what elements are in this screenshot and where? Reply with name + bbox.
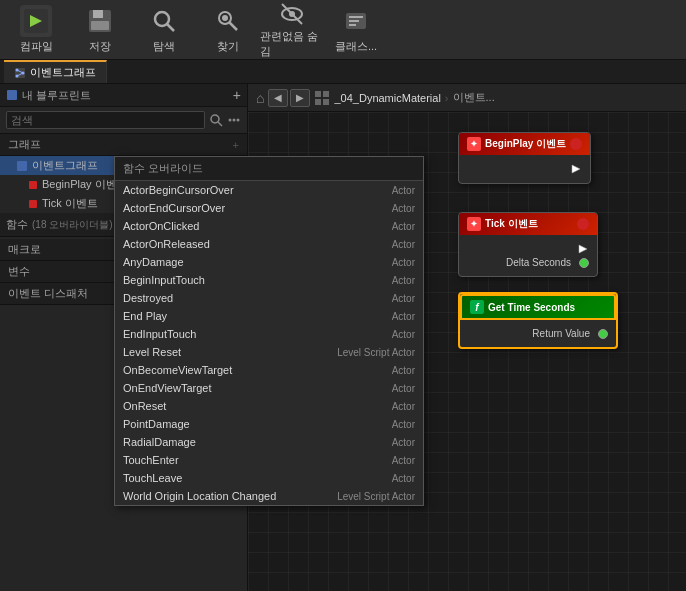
svg-point-27 <box>237 119 240 122</box>
dropdown-item-2[interactable]: ActorOnClicked Actor <box>115 217 423 235</box>
tick-icon <box>28 199 38 209</box>
top-toolbar: 컴파일 저장 탐색 찾기 <box>0 0 686 60</box>
breadcrumb-section: 이벤트... <box>453 90 495 105</box>
begin-play-header: ✦ BeginPlay 이벤트 <box>459 133 590 155</box>
svg-rect-34 <box>323 99 329 105</box>
compile-button[interactable]: 컴파일 <box>4 2 68 58</box>
search-button[interactable]: 탐색 <box>132 2 196 58</box>
add-item-button[interactable]: + <box>233 87 241 103</box>
begin-play-icon <box>28 180 38 190</box>
hide-label: 관련없음 숨김 <box>260 29 324 59</box>
dropdown-header: 함수 오버라이드 <box>115 157 423 181</box>
begin-play-exec-pin <box>467 163 582 175</box>
svg-line-5 <box>167 24 174 31</box>
dropdown-item-7[interactable]: End Play Actor <box>115 307 423 325</box>
get-time-header: f Get Time Seconds <box>460 294 616 320</box>
dropdown-item-3[interactable]: ActorOnReleased Actor <box>115 235 423 253</box>
search-bar-icon <box>209 113 223 127</box>
forward-button[interactable]: ▶ <box>290 89 310 107</box>
panel-title: 내 블루프린트 <box>6 88 91 103</box>
dropdown-item-5[interactable]: BeginInputTouch Actor <box>115 271 423 289</box>
class-icon <box>340 5 372 37</box>
svg-rect-14 <box>349 20 359 22</box>
find-icon <box>212 5 244 37</box>
svg-rect-13 <box>349 16 363 18</box>
dropdown-item-17[interactable]: World Origin Location Changed Level Scri… <box>115 487 423 505</box>
svg-marker-36 <box>579 245 587 253</box>
begin-play-close-button[interactable] <box>570 138 582 150</box>
view-options-icon[interactable] <box>227 113 241 127</box>
compile-icon <box>20 5 52 37</box>
begin-play-title: BeginPlay 이벤트 <box>485 137 566 151</box>
dropdown-item-6[interactable]: Destroyed Actor <box>115 289 423 307</box>
search-icon <box>148 5 180 37</box>
svg-rect-33 <box>315 99 321 105</box>
class-button[interactable]: 클래스... <box>324 2 388 58</box>
svg-rect-30 <box>29 200 37 208</box>
tick-body: Delta Seconds <box>459 235 597 276</box>
exec-pin-icon <box>570 163 582 175</box>
svg-rect-22 <box>7 90 17 100</box>
svg-point-8 <box>222 15 228 21</box>
return-value-label: Return Value <box>532 328 590 339</box>
svg-marker-35 <box>572 165 580 173</box>
tick-exec-icon <box>577 243 589 255</box>
save-label: 저장 <box>89 39 111 54</box>
breadcrumb-sep: › <box>445 92 449 104</box>
svg-line-7 <box>230 23 238 31</box>
dropdown-item-8[interactable]: EndInputTouch Actor <box>115 325 423 343</box>
svg-rect-31 <box>315 91 321 97</box>
svg-point-23 <box>211 115 219 123</box>
graph-section-header[interactable]: 그래프 + <box>0 134 247 156</box>
blueprint-icon <box>6 89 18 101</box>
home-button[interactable]: ⌂ <box>256 90 264 106</box>
svg-rect-29 <box>29 181 37 189</box>
svg-rect-3 <box>91 21 109 30</box>
tick-close-button[interactable] <box>577 218 589 230</box>
dropdown-item-9[interactable]: Level Reset Level Script Actor <box>115 343 423 361</box>
compile-label: 컴파일 <box>20 39 53 54</box>
dropdown-item-10[interactable]: OnBecomeViewTarget Actor <box>115 361 423 379</box>
get-time-body: Return Value <box>460 320 616 347</box>
breadcrumb-nav: ◀ ▶ <box>268 89 310 107</box>
left-panel: 내 블루프린트 + 그래프 + 이벤트그래프 <box>0 84 248 591</box>
find-label: 찾기 <box>217 39 239 54</box>
get-time-seconds-node[interactable]: f Get Time Seconds Return Value <box>458 292 618 349</box>
svg-rect-28 <box>17 161 27 171</box>
save-button[interactable]: 저장 <box>68 2 132 58</box>
panel-header: 내 블루프린트 + <box>0 84 247 107</box>
tick-header: ✦ Tick 이벤트 <box>459 213 597 235</box>
back-button[interactable]: ◀ <box>268 89 288 107</box>
dropdown-item-15[interactable]: TouchEnter Actor <box>115 451 423 469</box>
dropdown-item-13[interactable]: PointDamage Actor <box>115 415 423 433</box>
grid-view-icon <box>314 90 330 106</box>
tab-event-graph[interactable]: 이벤트그래프 <box>4 60 107 83</box>
delta-pin-dot <box>579 258 589 268</box>
graph-tab-icon <box>14 67 26 79</box>
dropdown-item-11[interactable]: OnEndViewTarget Actor <box>115 379 423 397</box>
tab-bar: 이벤트그래프 <box>0 60 686 84</box>
dropdown-item-0[interactable]: ActorBeginCursorOver Actor <box>115 181 423 199</box>
dropdown-item-16[interactable]: TouchLeave Actor <box>115 469 423 487</box>
main-layout: 내 블루프린트 + 그래프 + 이벤트그래프 <box>0 84 686 591</box>
svg-point-25 <box>229 119 232 122</box>
dropdown-item-4[interactable]: AnyDamage Actor <box>115 253 423 271</box>
override-dropdown: 함수 오버라이드 ActorBeginCursorOver Actor Acto… <box>114 156 424 506</box>
svg-rect-15 <box>349 24 356 26</box>
tick-node[interactable]: ✦ Tick 이벤트 Delta Seconds <box>458 212 598 277</box>
hide-button[interactable]: 관련없음 숨김 <box>260 2 324 58</box>
save-icon <box>84 5 116 37</box>
begin-play-body <box>459 155 590 183</box>
search-input[interactable] <box>6 111 205 129</box>
search-label: 탐색 <box>153 39 175 54</box>
svg-rect-32 <box>323 91 329 97</box>
begin-play-node-icon: ✦ <box>467 137 481 151</box>
dropdown-item-1[interactable]: ActorEndCursorOver Actor <box>115 199 423 217</box>
tick-title: Tick 이벤트 <box>485 217 538 231</box>
find-button[interactable]: 찾기 <box>196 2 260 58</box>
event-graph-icon <box>16 160 28 172</box>
begin-play-node[interactable]: ✦ BeginPlay 이벤트 <box>458 132 591 184</box>
dropdown-item-14[interactable]: RadialDamage Actor <box>115 433 423 451</box>
dropdown-item-12[interactable]: OnReset Actor <box>115 397 423 415</box>
tab-label: 이벤트그래프 <box>30 65 96 80</box>
